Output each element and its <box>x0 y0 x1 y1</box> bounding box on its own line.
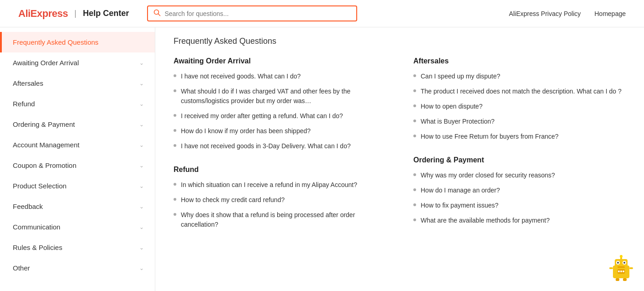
sidebar-item-product[interactable]: Product Selection ⌄ <box>0 176 155 196</box>
sidebar-item-ordering[interactable]: Ordering & Payment ⌄ <box>0 114 155 135</box>
faq-bullet <box>174 144 176 147</box>
chevron-down-icon: ⌄ <box>139 244 144 251</box>
faq-item[interactable]: What is Buyer Protection? <box>413 117 626 126</box>
chevron-down-icon: ⌄ <box>139 121 144 128</box>
svg-line-1 <box>158 14 160 16</box>
faq-section-title-awaiting: Awaiting Order Arrival <box>174 57 386 65</box>
sidebar-item-label: Ordering & Payment <box>13 120 75 128</box>
chevron-down-icon: ⌄ <box>139 60 144 66</box>
chevron-down-icon: ⌄ <box>139 142 144 148</box>
sidebar-item-label: Aftersales <box>13 79 43 87</box>
svg-point-5 <box>620 255 623 258</box>
svg-rect-14 <box>629 267 633 269</box>
svg-point-8 <box>617 262 619 264</box>
faq-link[interactable]: How to check my credit card refund? <box>181 195 285 205</box>
faq-item[interactable]: The product I received does not match th… <box>413 87 626 96</box>
faq-item[interactable]: What should I do if I was charged VAT an… <box>174 87 386 106</box>
faq-item[interactable]: Why does it show that a refund is being … <box>174 210 386 229</box>
robot-svg <box>607 255 635 282</box>
sidebar-item-coupon[interactable]: Coupon & Promotion ⌄ <box>0 155 155 176</box>
faq-bullet <box>413 203 416 206</box>
faq-grid: Awaiting Order Arrival I have not receiv… <box>174 57 626 244</box>
sidebar-item-aftersales[interactable]: Aftersales ⌄ <box>0 73 155 94</box>
faq-section-title-refund: Refund <box>174 166 386 174</box>
search-input[interactable] <box>164 10 351 17</box>
logo-aliexpress[interactable]: AliExpress <box>18 8 68 20</box>
faq-bullet <box>413 218 416 221</box>
faq-column-left: Awaiting Order Arrival I have not receiv… <box>174 57 386 244</box>
sidebar-item-rules[interactable]: Rules & Policies ⌄ <box>0 237 155 258</box>
sidebar-item-faq[interactable]: Frequently Asked Questions <box>0 32 155 52</box>
svg-rect-10 <box>618 266 625 268</box>
faq-section-aftersales: Aftersales Can I speed up my dispute? Th… <box>413 57 626 141</box>
svg-point-9 <box>623 262 625 264</box>
faq-bullet <box>174 74 176 77</box>
faq-bullet <box>413 74 416 77</box>
faq-item[interactable]: How do I know if my order has been shipp… <box>174 126 386 136</box>
faq-item[interactable]: How to fix payment issues? <box>413 201 626 210</box>
privacy-policy-link[interactable]: AliExpress Privacy Policy <box>509 10 581 17</box>
faq-bullet <box>174 198 176 201</box>
faq-item[interactable]: I received my order after getting a refu… <box>174 111 386 121</box>
faq-link[interactable]: What should I do if I was charged VAT an… <box>181 87 386 106</box>
faq-link[interactable]: I have not received goods in 3-Day Deliv… <box>181 141 351 151</box>
sidebar-item-other[interactable]: Other ⌄ <box>0 258 155 278</box>
faq-link[interactable]: How to use Free Return for buyers from F… <box>421 132 559 141</box>
logo-area: AliExpress | Help Center <box>18 8 129 20</box>
sidebar-item-account[interactable]: Account Management ⌄ <box>0 135 155 155</box>
sidebar-item-awaiting[interactable]: Awaiting Order Arrival ⌄ <box>0 52 155 73</box>
page-title: Frequently Asked Questions <box>174 36 626 46</box>
faq-item[interactable]: What are the available methods for payme… <box>413 216 626 225</box>
faq-item[interactable]: How to check my credit card refund? <box>174 195 386 205</box>
svg-point-18 <box>623 270 624 272</box>
svg-rect-11 <box>616 278 619 281</box>
header: AliExpress | Help Center AliExpress Priv… <box>0 0 644 27</box>
faq-link[interactable]: What is Buyer Protection? <box>421 117 495 126</box>
sidebar-item-label: Feedback <box>13 203 43 210</box>
svg-point-16 <box>618 270 620 272</box>
svg-point-17 <box>620 270 622 272</box>
faq-link[interactable]: The product I received does not match th… <box>421 87 622 96</box>
faq-link[interactable]: I received my order after getting a refu… <box>181 111 343 121</box>
faq-link[interactable]: What are the available methods for payme… <box>421 216 550 225</box>
chevron-down-icon: ⌄ <box>139 265 144 271</box>
sidebar-item-label: Coupon & Promotion <box>13 161 76 169</box>
faq-link[interactable]: Why does it show that a refund is being … <box>181 210 386 229</box>
sidebar-item-feedback[interactable]: Feedback ⌄ <box>0 196 155 217</box>
faq-item[interactable]: I have not received goods. What can I do… <box>174 72 386 81</box>
chat-robot-button[interactable] <box>607 255 635 282</box>
faq-bullet <box>174 114 176 117</box>
faq-link[interactable]: How do I know if my order has been shipp… <box>181 126 311 136</box>
faq-link[interactable]: Why was my order closed for security rea… <box>421 171 555 180</box>
faq-link[interactable]: How do I manage an order? <box>421 186 500 195</box>
homepage-link[interactable]: Homepage <box>595 10 626 17</box>
faq-item[interactable]: I have not received goods in 3-Day Deliv… <box>174 141 386 151</box>
faq-item[interactable]: In which situation can I receive a refun… <box>174 180 386 190</box>
faq-link[interactable]: I have not received goods. What can I do… <box>181 72 301 81</box>
faq-section-title-aftersales: Aftersales <box>413 57 626 65</box>
faq-link[interactable]: Can I speed up my dispute? <box>421 72 500 81</box>
sidebar-item-label: Refund <box>13 100 35 108</box>
faq-item[interactable]: Why was my order closed for security rea… <box>413 171 626 180</box>
faq-item[interactable]: How to open dispute? <box>413 102 626 111</box>
faq-item[interactable]: How do I manage an order? <box>413 186 626 195</box>
sidebar: Frequently Asked Questions Awaiting Orde… <box>0 27 155 291</box>
faq-section-refund: Refund In which situation can I receive … <box>174 166 386 229</box>
faq-link[interactable]: In which situation can I receive a refun… <box>181 180 357 190</box>
faq-bullet <box>174 183 176 186</box>
faq-item[interactable]: How to use Free Return for buyers from F… <box>413 132 626 141</box>
chevron-down-icon: ⌄ <box>139 224 144 230</box>
faq-bullet <box>413 135 416 137</box>
sidebar-item-refund[interactable]: Refund ⌄ <box>0 94 155 114</box>
chevron-down-icon: ⌄ <box>139 162 144 169</box>
faq-bullet <box>413 89 416 92</box>
header-nav: AliExpress Privacy Policy Homepage <box>509 10 626 17</box>
faq-bullet <box>174 213 176 216</box>
svg-rect-13 <box>609 267 613 269</box>
faq-item[interactable]: Can I speed up my dispute? <box>413 72 626 81</box>
sidebar-item-communication[interactable]: Communication ⌄ <box>0 217 155 237</box>
faq-link[interactable]: How to fix payment issues? <box>421 201 498 210</box>
chevron-down-icon: ⌄ <box>139 203 144 210</box>
faq-link[interactable]: How to open dispute? <box>421 102 482 111</box>
chevron-down-icon: ⌄ <box>139 183 144 189</box>
